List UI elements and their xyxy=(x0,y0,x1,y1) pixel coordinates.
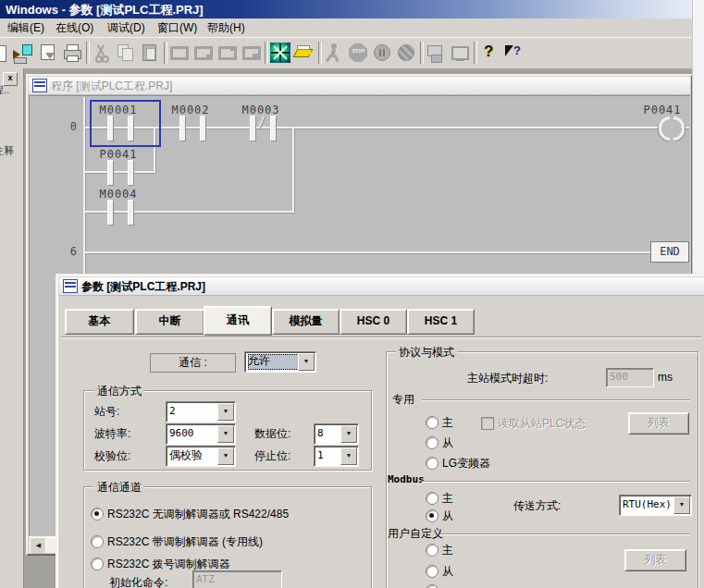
dedicated-separator xyxy=(422,399,690,401)
stop-bits-label: 停止位: xyxy=(254,448,290,464)
comm-enable-dropdown-button[interactable]: ▼ xyxy=(298,353,315,371)
dedicated-list-button[interactable]: 列表 xyxy=(628,412,689,435)
radio-rs232c-null-modem[interactable] xyxy=(91,508,104,521)
read-slave-status-checkbox[interactable] xyxy=(481,417,494,430)
stop-bits-select[interactable]: 1 ▼ xyxy=(314,446,359,467)
cut-icon[interactable] xyxy=(90,42,113,65)
comm-enable-label: 通信 : xyxy=(150,353,236,373)
contact-m0004[interactable] xyxy=(107,200,114,226)
menu-debug[interactable]: 调试(D) xyxy=(102,18,151,37)
init-cmd-label: 初始化命令: xyxy=(109,575,167,588)
contact-p0041[interactable] xyxy=(107,160,114,186)
tab-communication[interactable]: 通讯 xyxy=(204,306,272,336)
dropdown-arrow-icon: ▼ xyxy=(341,448,356,463)
compile-icon[interactable] xyxy=(269,42,292,65)
radio-dedicated-slave[interactable] xyxy=(426,436,438,449)
radio-modbus-slave[interactable] xyxy=(426,509,438,522)
protocol-group-title: 协议与模式 xyxy=(396,345,457,361)
station-dropdown-button[interactable]: ▼ xyxy=(217,403,234,421)
help-icon[interactable]: ? xyxy=(478,42,501,65)
transfer-mode-select[interactable]: RTU(Hex) ▼ xyxy=(619,495,692,516)
contact-m0002[interactable] xyxy=(200,116,206,141)
dialog-titlebar[interactable]: 参数 [测试PLC工程.PRJ] xyxy=(59,277,704,296)
ladder-wire-rung0 xyxy=(85,127,661,129)
contact-m0001[interactable] xyxy=(107,116,114,141)
new-project-icon[interactable] xyxy=(0,42,10,65)
radio-rs232c-dialup[interactable] xyxy=(91,557,104,570)
radio-rs232c-modem[interactable] xyxy=(91,535,104,548)
init-cmd-input[interactable]: ATZ xyxy=(192,570,282,588)
desktop-strip xyxy=(692,0,704,277)
context-help-icon[interactable]: ? xyxy=(502,42,525,65)
monitor-mode-icon[interactable] xyxy=(395,42,418,65)
contact-p0041[interactable] xyxy=(128,160,134,186)
radio-user-master[interactable] xyxy=(426,544,438,557)
menu-online[interactable]: 在线(O) xyxy=(50,18,99,37)
run-icon[interactable] xyxy=(323,42,346,65)
radio-dedicated-master[interactable] xyxy=(426,416,438,429)
open-project-icon[interactable] xyxy=(11,42,34,65)
contact-m0003[interactable] xyxy=(270,116,277,141)
comm-enable-value: 允许 xyxy=(248,354,299,370)
data-bits-select[interactable]: 8 ▼ xyxy=(314,423,359,445)
contact-m0001[interactable] xyxy=(128,116,134,141)
user-defined-separator xyxy=(440,533,690,535)
menu-bar: 编辑(E) 在线(O) 调试(D) 窗口(W) 帮助(H) xyxy=(0,18,692,37)
ladder-contact-icon[interactable] xyxy=(167,42,191,65)
tab-basic[interactable]: 基本 xyxy=(65,309,134,335)
tab-hsc1[interactable]: HSC 1 xyxy=(407,309,475,335)
baud-select[interactable]: 9600 ▼ xyxy=(166,423,236,445)
ladder-line-icon[interactable] xyxy=(216,42,239,65)
transfer-mode-dropdown-button[interactable]: ▼ xyxy=(673,496,690,514)
output-coil[interactable] xyxy=(659,116,670,141)
normally-closed-slash: / xyxy=(257,115,266,131)
context-help-glyph: ? xyxy=(513,43,521,57)
menu-help[interactable]: 帮助(H) xyxy=(202,18,251,37)
parity-select[interactable]: 偶校验 ▼ xyxy=(166,446,236,467)
paste-icon[interactable] xyxy=(138,42,161,65)
ladder-contact-b-icon[interactable] xyxy=(191,42,215,65)
comm-enable-select[interactable]: 允许 ▼ xyxy=(244,351,316,373)
timeout-input[interactable]: 500 xyxy=(606,368,654,387)
data-bits-dropdown-button[interactable]: ▼ xyxy=(340,425,357,443)
print-icon[interactable] xyxy=(61,42,84,65)
radio-lg-inverter-label: LG变频器 xyxy=(442,456,490,472)
comment-pen-icon[interactable] xyxy=(293,42,316,65)
menu-edit[interactable]: 编辑(E) xyxy=(2,18,50,37)
save-project-icon[interactable] xyxy=(37,42,60,65)
tab-content-separator xyxy=(61,337,701,338)
parity-dropdown-button[interactable]: ▼ xyxy=(217,447,234,465)
copy-icon[interactable] xyxy=(114,42,137,65)
baud-dropdown-button[interactable]: ▼ xyxy=(217,425,234,443)
radio-modbus-master-label: 主 xyxy=(442,491,453,507)
output-coil[interactable] xyxy=(673,116,685,141)
ladder-wire-branch-p0041 xyxy=(85,171,155,173)
end-instruction[interactable]: END xyxy=(650,241,689,263)
write-to-plc-icon[interactable] xyxy=(425,42,448,65)
toolbar-separator xyxy=(420,42,424,64)
pause-icon[interactable] xyxy=(371,42,394,65)
tab-analog[interactable]: 模拟量 xyxy=(272,309,340,335)
user-list-button[interactable]: 列表 xyxy=(624,549,686,571)
ladder-block-icon[interactable] xyxy=(240,42,263,65)
toolbar-separator xyxy=(265,42,268,64)
menu-window[interactable]: 窗口(W) xyxy=(152,18,203,37)
radio-lg-inverter[interactable] xyxy=(426,457,438,470)
tab-hsc0[interactable]: HSC 0 xyxy=(340,309,407,335)
contact-m0004[interactable] xyxy=(128,200,134,226)
contact-m0003[interactable] xyxy=(250,116,256,141)
read-from-plc-icon[interactable] xyxy=(449,42,472,65)
program-window-titlebar[interactable]: 程序 [测试PLC工程.PRJ] xyxy=(29,77,690,95)
comm-mode-group-title: 通信方式 xyxy=(94,384,144,399)
tab-interrupt[interactable]: 中断 xyxy=(135,309,204,335)
radio-modbus-master[interactable] xyxy=(426,492,438,505)
stop-bits-dropdown-button[interactable]: ▼ xyxy=(340,447,357,465)
station-select[interactable]: 2 ▼ xyxy=(166,401,236,423)
contact-m0002[interactable] xyxy=(179,116,186,141)
radio-user-master-label: 主 xyxy=(442,543,453,558)
stop-icon[interactable]: STOP xyxy=(347,42,370,65)
ladder-wire-rung6 xyxy=(85,251,688,253)
panel-label-fragment: 注释 xyxy=(0,144,14,158)
radio-user-slave[interactable] xyxy=(426,565,438,578)
window-titlebar[interactable]: Windows - 参数 [测试PLC工程.PRJ] xyxy=(0,0,692,18)
